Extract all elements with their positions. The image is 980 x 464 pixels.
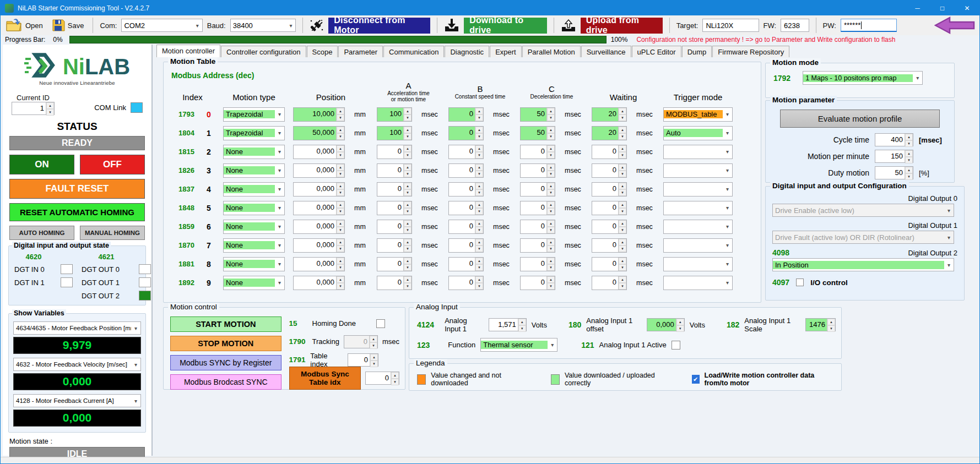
spinner-arrows-icon[interactable]: ▲▼ [336, 239, 344, 252]
waiting-spinner[interactable]: 0▲▼ [592, 182, 627, 196]
motion-type-select[interactable]: None▾ [223, 182, 285, 196]
target-field[interactable]: NLi120X [702, 19, 759, 32]
maximize-button[interactable]: □ [930, 1, 955, 15]
spinner-arrows-icon[interactable]: ▲▼ [546, 164, 555, 177]
spinner-arrows-icon[interactable]: ▲▼ [475, 183, 483, 196]
acceleration-time-spinner[interactable]: 100▲▼ [377, 107, 412, 122]
analog-input1-active-checkbox[interactable] [672, 341, 680, 350]
spinner-arrows-icon[interactable]: ▲▼ [618, 127, 626, 140]
waiting-spinner[interactable]: 0▲▼ [592, 276, 627, 290]
deceleration-time-spinner[interactable]: 0▲▼ [520, 201, 555, 215]
start-motion-button[interactable]: START MOTION [170, 316, 281, 332]
evaluate-motion-profile-button[interactable]: Evaluate motion profile [780, 110, 940, 128]
on-button[interactable]: ON [9, 155, 74, 174]
motion-per-minute-spinner[interactable]: 150 ▲▼ [875, 150, 913, 163]
trigger-mode-select[interactable]: ▾ [663, 220, 733, 234]
spinner-arrows-icon[interactable]: ▲▼ [475, 220, 483, 233]
spinner-arrows-icon[interactable]: ▲▼ [475, 258, 483, 271]
spinner-arrows-icon[interactable]: ▲▼ [403, 239, 412, 252]
spinner-arrows-icon[interactable]: ▲▼ [403, 183, 412, 196]
tab-dump[interactable]: Dump [682, 46, 712, 57]
modbus-broadcast-sync-button[interactable]: Modbus Brodcast SYNC [170, 374, 281, 390]
disconnect-button[interactable]: Disconnect from Motor [328, 18, 430, 34]
off-button[interactable]: OFF [80, 155, 145, 174]
spinner-arrows-icon[interactable]: ▲▼ [618, 201, 626, 215]
upload-from-drive-button[interactable]: Upload from drive [581, 18, 663, 34]
spinner-arrows-icon[interactable]: ▲▼ [905, 167, 913, 179]
position-spinner[interactable]: 0,000▲▼ [293, 163, 345, 178]
deceleration-time-spinner[interactable]: 0▲▼ [520, 163, 555, 178]
stop-motion-button[interactable]: STOP MOTION [170, 336, 281, 351]
spinner-arrows-icon[interactable]: ▲▼ [618, 239, 626, 252]
spinner-arrows-icon[interactable]: ▲▼ [336, 258, 344, 271]
waiting-spinner[interactable]: 0▲▼ [592, 257, 627, 271]
sync-table-idx-spinner[interactable]: 0 ▲▼ [365, 372, 399, 385]
load-write-checkbox[interactable]: ✔ [692, 375, 700, 384]
motion-type-select[interactable]: None▾ [223, 220, 285, 234]
spinner-arrows-icon[interactable]: ▲▼ [546, 127, 555, 140]
spinner-arrows-icon[interactable]: ▲▼ [475, 127, 483, 140]
tab-expert[interactable]: Expert [490, 46, 522, 57]
deceleration-time-spinner[interactable]: 0▲▼ [520, 257, 555, 271]
variable-select-1[interactable]: 4632 - Motor Feedback Velocity [m/sec] ▾ [13, 358, 141, 371]
cycle-time-spinner[interactable]: 400 ▲▼ [875, 133, 913, 146]
spinner-arrows-icon[interactable]: ▲▼ [618, 220, 626, 233]
trigger-mode-select[interactable]: ▾ [663, 238, 733, 253]
constant-speed-time-spinner[interactable]: 0▲▼ [448, 220, 484, 234]
constant-speed-time-spinner[interactable]: 0▲▼ [448, 107, 484, 122]
waiting-spinner[interactable]: 0▲▼ [592, 145, 627, 159]
spinner-arrows-icon[interactable]: ▲▼ [403, 108, 412, 121]
spinner-arrows-icon[interactable]: ▲▼ [546, 220, 555, 233]
spinner-arrows-icon[interactable]: ▲▼ [618, 145, 626, 159]
fw-field[interactable]: 6238 [781, 19, 809, 32]
constant-speed-time-spinner[interactable]: 0▲▼ [448, 257, 484, 271]
deceleration-time-spinner[interactable]: 0▲▼ [520, 220, 555, 234]
minimize-button[interactable]: ─ [905, 1, 930, 15]
table-index-spinner[interactable]: 0 ▲▼ [348, 353, 378, 367]
constant-speed-time-spinner[interactable]: 0▲▼ [448, 182, 484, 196]
position-spinner[interactable]: 10,000▲▼ [293, 107, 345, 122]
baud-select[interactable]: 38400 ▾ [230, 19, 296, 32]
spinner-arrows-icon[interactable]: ▲▼ [546, 108, 555, 121]
motion-type-select[interactable]: Trapezoidal▾ [223, 126, 285, 140]
acceleration-time-spinner[interactable]: 0▲▼ [377, 201, 412, 215]
spinner-arrows-icon[interactable]: ▲▼ [336, 201, 344, 215]
spinner-arrows-icon[interactable]: ▲▼ [336, 164, 344, 177]
deceleration-time-spinner[interactable]: 50▲▼ [520, 126, 555, 140]
motion-mode-select[interactable]: 1 Maps - 10 positons pro map ▾ [803, 71, 923, 85]
waiting-spinner[interactable]: 20▲▼ [592, 126, 627, 140]
acceleration-time-spinner[interactable]: 0▲▼ [377, 257, 412, 271]
spinner-arrows-icon[interactable]: ▲▼ [475, 108, 483, 121]
spinner-arrows-icon[interactable]: ▲▼ [546, 145, 555, 159]
waiting-spinner[interactable]: 0▲▼ [592, 163, 627, 178]
trigger-mode-select[interactable]: ▾ [663, 276, 733, 290]
deceleration-time-spinner[interactable]: 0▲▼ [520, 238, 555, 253]
spinner-arrows-icon[interactable]: ▲▼ [475, 145, 483, 159]
position-spinner[interactable]: 0,000▲▼ [293, 220, 345, 234]
spinner-arrows-icon[interactable]: ▲▼ [391, 372, 399, 384]
tab-scope[interactable]: Scope [307, 46, 338, 57]
spinner-arrows-icon[interactable]: ▲▼ [403, 201, 412, 215]
position-spinner[interactable]: 0,000▲▼ [293, 238, 345, 253]
com-select[interactable]: COM2 ▾ [121, 19, 202, 32]
tab-motion-controller[interactable]: Motion controller [156, 45, 220, 57]
position-spinner[interactable]: 0,000▲▼ [293, 182, 345, 196]
position-spinner[interactable]: 0,000▲▼ [293, 145, 345, 159]
fault-reset-button[interactable]: FAULT RESET [9, 179, 145, 199]
tab-parameter[interactable]: Parameter [338, 46, 383, 57]
homing-done-checkbox[interactable] [376, 319, 385, 328]
spinner-arrows-icon[interactable]: ▲▼ [336, 145, 344, 159]
spinner-arrows-icon[interactable]: ▲▼ [369, 336, 377, 348]
reset-automatic-homing-button[interactable]: RESET AUTOMATIC HOMING [9, 203, 145, 221]
waiting-spinner[interactable]: 20▲▼ [592, 107, 627, 122]
motion-type-select[interactable]: Trapezoidal▾ [223, 107, 285, 122]
position-spinner[interactable]: 0,000▲▼ [293, 201, 345, 215]
pw-field[interactable]: ****** [841, 19, 897, 32]
save-button[interactable]: Save [50, 18, 86, 33]
scale-spinner[interactable]: 1476 ▲▼ [805, 318, 836, 331]
spinner-arrows-icon[interactable]: ▲▼ [370, 354, 378, 366]
spinner-arrows-icon[interactable]: ▲▼ [46, 102, 54, 114]
acceleration-time-spinner[interactable]: 0▲▼ [377, 220, 412, 234]
trigger-mode-select[interactable]: ▾ [663, 163, 733, 178]
waiting-spinner[interactable]: 0▲▼ [592, 220, 627, 234]
